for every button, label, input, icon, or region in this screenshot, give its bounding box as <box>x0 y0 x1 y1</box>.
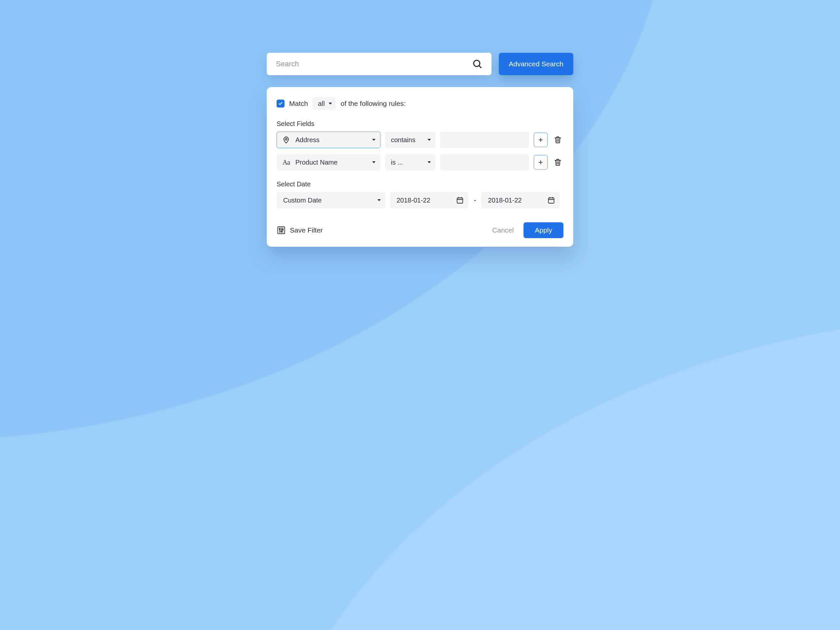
pin-icon <box>281 135 291 144</box>
field-value: Address <box>295 136 368 144</box>
value-input[interactable] <box>440 154 529 171</box>
operator-select[interactable]: contains <box>385 131 436 148</box>
field-select[interactable]: Aa Product Name <box>276 154 381 171</box>
chevron-down-icon <box>329 103 332 104</box>
match-row: Match all of the following rules: <box>276 97 564 110</box>
date-from-input[interactable]: 2018-01-22 <box>390 192 469 209</box>
cancel-button[interactable]: Cancel <box>492 226 514 234</box>
rule-row: Address contains + <box>276 131 564 148</box>
match-checkbox[interactable] <box>276 100 284 108</box>
search-icon <box>472 59 482 69</box>
svg-point-2 <box>285 138 287 140</box>
filter-panel: Match all of the following rules: Select… <box>267 87 573 247</box>
svg-line-1 <box>479 66 481 68</box>
save-filter-button[interactable]: Save Filter <box>276 226 323 235</box>
operator-value: is ... <box>391 159 428 166</box>
date-from-value: 2018-01-22 <box>396 196 456 204</box>
field-select[interactable]: Address <box>276 131 381 148</box>
apply-button[interactable]: Apply <box>524 222 564 238</box>
fields-section-label: Select Fields <box>276 120 564 128</box>
svg-rect-7 <box>457 198 463 203</box>
svg-point-20 <box>281 231 281 232</box>
date-mode-select[interactable]: Custom Date <box>276 192 385 209</box>
search-row: Advanced Search <box>267 53 573 75</box>
date-row: Custom Date 2018-01-22 - 2018-01-22 <box>276 192 564 209</box>
advanced-search-button[interactable]: Advanced Search <box>499 53 573 75</box>
delete-rule-button[interactable] <box>552 134 564 146</box>
chevron-down-icon <box>428 139 431 141</box>
sliders-icon <box>276 226 286 235</box>
date-mode-value: Custom Date <box>283 196 377 204</box>
delete-rule-button[interactable] <box>552 157 564 168</box>
trash-icon <box>554 158 562 166</box>
svg-rect-11 <box>549 198 554 203</box>
trash-icon <box>554 136 562 144</box>
operator-select[interactable]: is ... <box>385 154 436 171</box>
footer-row: Save Filter Cancel Apply <box>276 222 564 238</box>
match-mode-value: all <box>318 100 325 108</box>
operator-value: contains <box>391 136 428 144</box>
svg-point-21 <box>282 229 283 230</box>
chevron-down-icon <box>428 161 431 163</box>
svg-point-19 <box>279 229 280 230</box>
text-icon: Aa <box>281 158 291 166</box>
date-range-separator: - <box>473 196 477 204</box>
value-input[interactable] <box>440 131 529 148</box>
plus-icon: + <box>538 135 543 144</box>
plus-icon: + <box>538 158 543 167</box>
add-rule-button[interactable]: + <box>534 155 548 169</box>
check-icon <box>278 101 283 106</box>
search-button[interactable] <box>471 57 484 71</box>
date-section-label: Select Date <box>276 180 564 188</box>
match-mode-select[interactable]: all <box>313 97 336 110</box>
date-to-value: 2018-01-22 <box>488 196 547 204</box>
date-to-input[interactable]: 2018-01-22 <box>481 192 560 209</box>
search-box <box>267 53 491 75</box>
search-input[interactable] <box>276 60 471 68</box>
chevron-down-icon <box>377 199 381 201</box>
calendar-icon <box>547 196 555 204</box>
field-value: Product Name <box>295 159 368 166</box>
calendar-icon <box>456 196 464 204</box>
chevron-down-icon <box>372 139 376 141</box>
save-filter-label: Save Filter <box>290 226 323 234</box>
chevron-down-icon <box>372 161 376 163</box>
match-prefix-label: Match <box>289 100 308 108</box>
add-rule-button[interactable]: + <box>534 133 548 147</box>
rule-row: Aa Product Name is ... + <box>276 154 564 171</box>
match-suffix-label: of the following rules: <box>341 100 406 108</box>
